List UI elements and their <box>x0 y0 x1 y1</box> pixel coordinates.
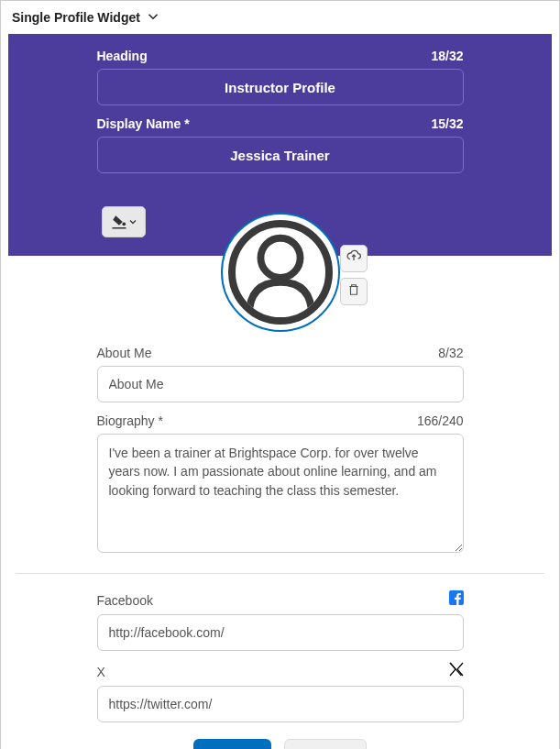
heading-label: Heading <box>97 49 148 63</box>
button-row: Save Cancel <box>16 739 544 749</box>
widget-title: Single Profile Widget <box>12 10 140 25</box>
heading-input[interactable] <box>97 69 464 105</box>
display-name-label: Display Name * <box>97 116 190 131</box>
about-me-label: About Me <box>97 346 152 360</box>
display-name-field: Display Name * 15/32 <box>97 116 464 173</box>
avatar-section <box>8 272 552 336</box>
upload-image-button[interactable] <box>340 245 368 272</box>
x-input[interactable] <box>97 686 464 722</box>
widget-header: Single Profile Widget <box>1 1 559 34</box>
background-color-button[interactable] <box>102 206 146 237</box>
x-icon <box>449 662 464 680</box>
x-label: X <box>97 665 105 679</box>
divider <box>16 573 544 574</box>
chevron-down-icon[interactable] <box>148 10 159 25</box>
heading-counter: 18/32 <box>431 49 463 63</box>
display-name-input[interactable] <box>97 137 464 173</box>
about-me-input[interactable] <box>97 366 464 402</box>
widget-container: Single Profile Widget Heading 18/32 Disp… <box>0 0 560 749</box>
biography-label: Biography * <box>97 413 163 428</box>
facebook-label: Facebook <box>97 593 153 608</box>
about-me-counter: 8/32 <box>438 346 463 360</box>
about-me-field: About Me 8/32 <box>97 346 464 402</box>
save-button[interactable]: Save <box>193 739 271 749</box>
cloud-upload-icon <box>346 249 361 268</box>
facebook-input[interactable] <box>97 614 464 651</box>
avatar-image[interactable] <box>221 213 340 332</box>
x-field: X <box>97 662 464 722</box>
biography-field: Biography * 166/240 <box>97 413 464 556</box>
svg-rect-1 <box>113 227 126 229</box>
biography-counter: 166/240 <box>417 413 464 428</box>
display-name-counter: 15/32 <box>431 116 463 131</box>
trash-icon <box>347 283 360 300</box>
delete-image-button[interactable] <box>340 278 368 305</box>
facebook-icon <box>449 590 464 609</box>
facebook-field: Facebook <box>97 590 464 651</box>
svg-point-0 <box>122 222 126 226</box>
svg-point-2 <box>260 238 300 278</box>
biography-textarea[interactable] <box>97 434 464 553</box>
cancel-button[interactable]: Cancel <box>284 739 367 749</box>
heading-field: Heading 18/32 <box>97 49 464 105</box>
